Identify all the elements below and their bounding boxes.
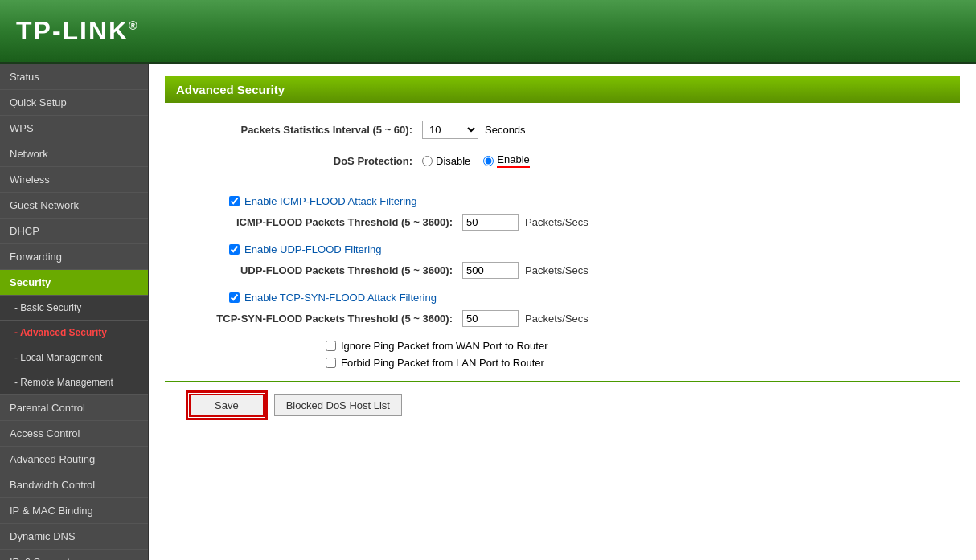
tcp-flood-checkbox-row: Enable TCP-SYN-FLOOD Attack Filtering — [229, 292, 960, 304]
packets-stats-row: Packets Statistics Interval (5 ~ 60): 5 … — [165, 119, 960, 141]
sidebar-item-security[interactable]: Security — [0, 270, 148, 296]
sidebar: Status Quick Setup WPS Network Wireless … — [0, 64, 149, 560]
blocked-dos-button[interactable]: Blocked DoS Host List — [274, 394, 402, 416]
icmp-threshold-row: ICMP-FLOOD Packets Threshold (5 ~ 3600):… — [165, 214, 960, 231]
forbid-ping-lan-checkbox[interactable] — [326, 358, 336, 368]
forbid-ping-lan-row: Forbid Ping Packet from LAN Port to Rout… — [326, 357, 960, 369]
packets-stats-unit: Seconds — [485, 124, 526, 136]
header: TP-LINK® — [0, 0, 976, 64]
udp-threshold-row: UDP-FLOOD Packets Threshold (5 ~ 3600): … — [165, 262, 960, 279]
sidebar-item-ip-mac-binding[interactable]: IP & MAC Binding — [0, 498, 148, 524]
sidebar-item-forwarding[interactable]: Forwarding — [0, 244, 148, 270]
ignore-ping-wan-checkbox[interactable] — [326, 341, 336, 351]
sidebar-item-dhcp[interactable]: DHCP — [0, 219, 148, 244]
udp-threshold-input[interactable]: 500 — [462, 262, 519, 279]
dos-protection-control: Disable Enable — [422, 153, 530, 168]
sidebar-item-dynamic-dns[interactable]: Dynamic DNS — [0, 524, 148, 550]
sidebar-item-bandwidth-control[interactable]: Bandwidth Control — [0, 472, 148, 498]
dos-enable-label: Enable — [497, 153, 529, 168]
sidebar-item-advanced-routing[interactable]: Advanced Routing — [0, 447, 148, 472]
sidebar-item-wps[interactable]: WPS — [0, 116, 148, 141]
main-content: Advanced Security Packets Statistics Int… — [149, 64, 976, 560]
udp-flood-checkbox-label: Enable UDP-FLOOD Filtering — [244, 243, 382, 255]
icmp-threshold-input[interactable]: 50 — [462, 214, 519, 231]
sidebar-item-quick-setup[interactable]: Quick Setup — [0, 90, 148, 116]
packets-stats-control: 5 10 15 20 30 60 Seconds — [422, 121, 526, 139]
logo: TP-LINK® — [16, 16, 139, 46]
icmp-flood-checkbox-row: Enable ICMP-FLOOD Attack Filtering — [229, 195, 960, 207]
dos-disable-label: Disable — [436, 155, 470, 167]
sidebar-item-remote-management[interactable]: - Remote Management — [0, 370, 148, 395]
page-title: Advanced Security — [165, 76, 960, 103]
dos-protection-label: DoS Protection: — [165, 155, 422, 167]
action-row: Save Blocked DoS Host List — [189, 394, 960, 417]
tcp-threshold-row: TCP-SYN-FLOOD Packets Threshold (5 ~ 360… — [165, 310, 960, 327]
dos-enable-radio[interactable] — [483, 156, 494, 166]
sidebar-item-local-management[interactable]: - Local Management — [0, 345, 148, 370]
tcp-threshold-input[interactable]: 50 — [462, 310, 519, 327]
sidebar-item-basic-security[interactable]: - Basic Security — [0, 296, 148, 321]
sidebar-item-wireless[interactable]: Wireless — [0, 167, 148, 193]
ignore-ping-wan-row: Ignore Ping Packet from WAN Port to Rout… — [326, 340, 960, 352]
dos-disable-radio[interactable] — [422, 156, 433, 166]
sidebar-item-access-control[interactable]: Access Control — [0, 421, 148, 447]
tcp-threshold-unit: Packets/Secs — [525, 313, 588, 325]
dos-protection-row: DoS Protection: Disable Enable — [165, 152, 960, 170]
divider-2 — [165, 381, 960, 382]
body-wrap: Status Quick Setup WPS Network Wireless … — [0, 64, 976, 560]
sidebar-item-guest-network[interactable]: Guest Network — [0, 193, 148, 219]
tcp-flood-checkbox-label: Enable TCP-SYN-FLOOD Attack Filtering — [244, 292, 437, 304]
dos-disable-option[interactable]: Disable — [422, 155, 470, 167]
packets-stats-select[interactable]: 5 10 15 20 30 60 — [422, 121, 478, 139]
sidebar-item-advanced-security[interactable]: - Advanced Security — [0, 321, 148, 345]
udp-threshold-unit: Packets/Secs — [525, 264, 588, 276]
udp-flood-section: Enable UDP-FLOOD Filtering — [229, 243, 960, 255]
ping-section: Ignore Ping Packet from WAN Port to Rout… — [326, 340, 960, 369]
icmp-threshold-label: ICMP-FLOOD Packets Threshold (5 ~ 3600): — [205, 216, 462, 228]
sidebar-item-ipv6-support[interactable]: IPv6 Support — [0, 550, 148, 560]
udp-flood-checkbox-row: Enable UDP-FLOOD Filtering — [229, 243, 960, 255]
icmp-flood-checkbox-label: Enable ICMP-FLOOD Attack Filtering — [244, 195, 417, 207]
udp-threshold-label: UDP-FLOOD Packets Threshold (5 ~ 3600): — [205, 264, 462, 276]
sidebar-item-parental-control[interactable]: Parental Control — [0, 395, 148, 421]
icmp-threshold-unit: Packets/Secs — [525, 216, 588, 228]
tcp-threshold-label: TCP-SYN-FLOOD Packets Threshold (5 ~ 360… — [205, 313, 462, 325]
icmp-flood-checkbox[interactable] — [229, 196, 240, 206]
icmp-flood-section: Enable ICMP-FLOOD Attack Filtering — [229, 195, 960, 207]
save-button[interactable]: Save — [189, 394, 265, 417]
tcp-flood-section: Enable TCP-SYN-FLOOD Attack Filtering — [229, 292, 960, 304]
sidebar-item-network[interactable]: Network — [0, 141, 148, 167]
divider-1 — [165, 182, 960, 182]
dos-enable-option[interactable]: Enable — [483, 153, 529, 168]
tcp-flood-checkbox[interactable] — [229, 292, 240, 303]
packets-stats-label: Packets Statistics Interval (5 ~ 60): — [165, 124, 422, 136]
ignore-ping-wan-label: Ignore Ping Packet from WAN Port to Rout… — [341, 340, 547, 352]
udp-flood-checkbox[interactable] — [229, 244, 240, 255]
forbid-ping-lan-label: Forbid Ping Packet from LAN Port to Rout… — [341, 357, 544, 369]
sidebar-item-status[interactable]: Status — [0, 64, 148, 90]
